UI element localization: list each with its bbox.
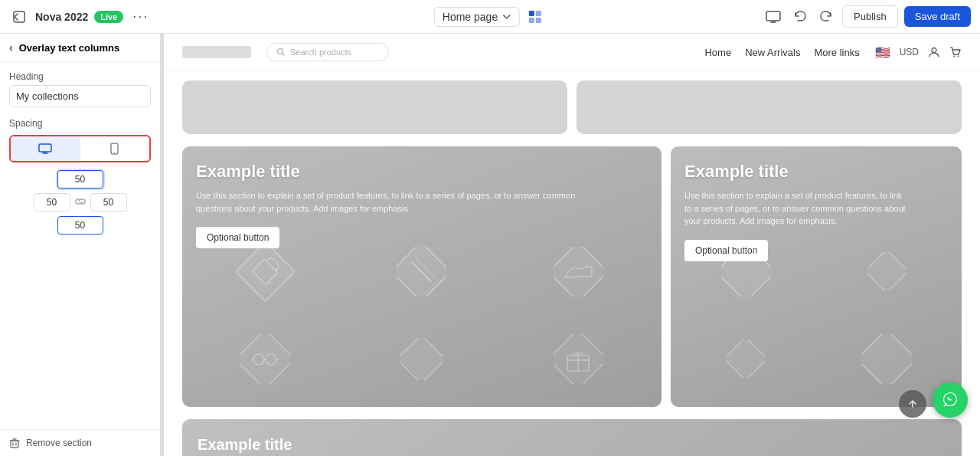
svg-rect-5 bbox=[766, 11, 780, 21]
sidebar-back-arrow[interactable]: ‹ bbox=[9, 41, 13, 54]
flag-icon: 🇺🇸 bbox=[875, 45, 890, 60]
svg-point-8 bbox=[114, 152, 116, 153]
sidebar-header: ‹ Overlay text columns bbox=[0, 34, 160, 62]
illus-pen bbox=[347, 231, 498, 312]
topbar-left: Nova 2022 Live ··· bbox=[9, 5, 755, 28]
illustration-grid-2 bbox=[671, 223, 962, 407]
overlay-col-1: Example title Use this section to explai… bbox=[182, 146, 662, 407]
col2-title: Example title bbox=[684, 162, 948, 182]
hero-card-1 bbox=[182, 80, 567, 134]
preview-logo bbox=[182, 46, 251, 58]
svg-point-12 bbox=[954, 56, 956, 57]
whatsapp-float-button[interactable] bbox=[933, 382, 968, 418]
diamond-illustration-4 bbox=[862, 334, 912, 384]
svg-rect-23 bbox=[400, 338, 443, 380]
glasses-illustration bbox=[240, 334, 290, 384]
trash-icon bbox=[9, 438, 20, 448]
col1-title: Example title bbox=[196, 162, 648, 182]
topbar-right: Publish Save draft bbox=[763, 5, 971, 28]
svg-point-13 bbox=[958, 56, 959, 57]
back-button[interactable] bbox=[9, 7, 29, 27]
nav-arrivals: New Arrivals bbox=[745, 47, 800, 58]
publish-button[interactable]: Publish bbox=[842, 5, 898, 28]
mobile-icon bbox=[110, 143, 119, 155]
main-layout: ‹ Overlay text columns Heading Spacing bbox=[0, 34, 980, 456]
chevron-down-icon bbox=[502, 12, 511, 21]
undo-icon bbox=[793, 10, 807, 24]
remove-section-label: Remove section bbox=[26, 438, 92, 448]
svg-rect-26 bbox=[721, 247, 771, 297]
scroll-top-button[interactable] bbox=[899, 390, 926, 418]
cart-icon bbox=[949, 46, 962, 58]
mobile-device-button[interactable] bbox=[80, 136, 150, 161]
link-icon[interactable] bbox=[75, 196, 86, 209]
arrow-up-icon bbox=[907, 399, 918, 409]
overlay-columns: Example title Use this section to explai… bbox=[164, 140, 980, 413]
redo-button[interactable] bbox=[816, 7, 836, 27]
canvas-inner: Search products Home New Arrivals More l… bbox=[161, 34, 980, 456]
topbar: Nova 2022 Live ··· Home page Publish Sav… bbox=[0, 0, 980, 34]
store-name: Nova 2022 bbox=[35, 11, 88, 23]
preview-hero-top bbox=[164, 71, 980, 140]
nav-home: Home bbox=[704, 47, 731, 58]
col2-desc: Use this section to explain a set of pro… bbox=[684, 189, 908, 228]
heading-label: Heading bbox=[9, 71, 151, 82]
shoe-illustration bbox=[554, 247, 603, 297]
monitor-icon bbox=[766, 11, 781, 23]
page-title: Home page bbox=[443, 11, 498, 23]
spacing-bottom-input[interactable] bbox=[57, 216, 103, 235]
nav-more: More links bbox=[814, 47, 859, 58]
illus-diamond-1 bbox=[678, 231, 813, 312]
gift-illustration bbox=[554, 334, 603, 384]
svg-rect-29 bbox=[862, 334, 912, 384]
redo-icon bbox=[819, 10, 833, 24]
grid-view-icon bbox=[528, 9, 543, 25]
heading-input[interactable] bbox=[9, 85, 151, 107]
undo-button[interactable] bbox=[790, 7, 810, 27]
remove-section[interactable]: Remove section bbox=[0, 429, 160, 456]
spacing-row-mid bbox=[9, 193, 151, 212]
sidebar-title: Overlay text columns bbox=[19, 42, 120, 54]
device-toggle bbox=[9, 135, 151, 162]
preview-search: Search products bbox=[266, 43, 389, 61]
col1-desc: Use this section to explain a set of pro… bbox=[196, 189, 580, 215]
sidebar: ‹ Overlay text columns Heading Spacing bbox=[0, 34, 161, 456]
spacing-label: Spacing bbox=[9, 118, 151, 129]
account-icon bbox=[928, 46, 940, 58]
illus-bag bbox=[190, 231, 341, 312]
illus-glasses bbox=[190, 318, 341, 399]
diamond-illustration-3 bbox=[727, 340, 765, 378]
svg-rect-14 bbox=[235, 241, 295, 301]
desktop-preview-button[interactable] bbox=[763, 8, 784, 26]
preview-nav-links: Home New Arrivals More links bbox=[704, 47, 859, 58]
illus-diamond-4 bbox=[819, 318, 954, 399]
chain-link-icon bbox=[75, 196, 86, 207]
svg-rect-4 bbox=[536, 18, 541, 23]
back-icon bbox=[12, 10, 26, 24]
illus-diamond-2 bbox=[819, 231, 954, 312]
spacing-row-bottom bbox=[9, 216, 151, 235]
save-draft-button[interactable]: Save draft bbox=[904, 6, 971, 27]
bag-illustration bbox=[230, 236, 300, 307]
svg-rect-0 bbox=[14, 11, 24, 22]
canvas: Search products Home New Arrivals More l… bbox=[161, 34, 980, 456]
more-options-button[interactable]: ··· bbox=[129, 5, 152, 28]
spacing-row-top bbox=[9, 170, 151, 189]
spacing-right-input[interactable] bbox=[90, 193, 127, 212]
sidebar-body: Heading Spacing bbox=[0, 62, 160, 429]
svg-rect-19 bbox=[554, 247, 603, 297]
illus-triangle-1 bbox=[347, 318, 498, 399]
bottom-section: Example title bbox=[182, 419, 962, 456]
svg-point-11 bbox=[932, 48, 936, 53]
triangle-illustration-1 bbox=[400, 338, 443, 380]
preview-navbar: Search products Home New Arrivals More l… bbox=[164, 34, 980, 71]
svg-rect-3 bbox=[529, 18, 534, 23]
spacing-left-input[interactable] bbox=[34, 193, 70, 212]
desktop-icon bbox=[38, 143, 52, 154]
illus-diamond-3 bbox=[678, 318, 813, 399]
page-selector[interactable]: Home page bbox=[434, 7, 520, 27]
view-toggle-button[interactable] bbox=[524, 6, 546, 28]
desktop-device-button[interactable] bbox=[11, 136, 80, 161]
spacing-top-input[interactable] bbox=[57, 170, 103, 189]
search-placeholder: Search products bbox=[290, 48, 351, 57]
